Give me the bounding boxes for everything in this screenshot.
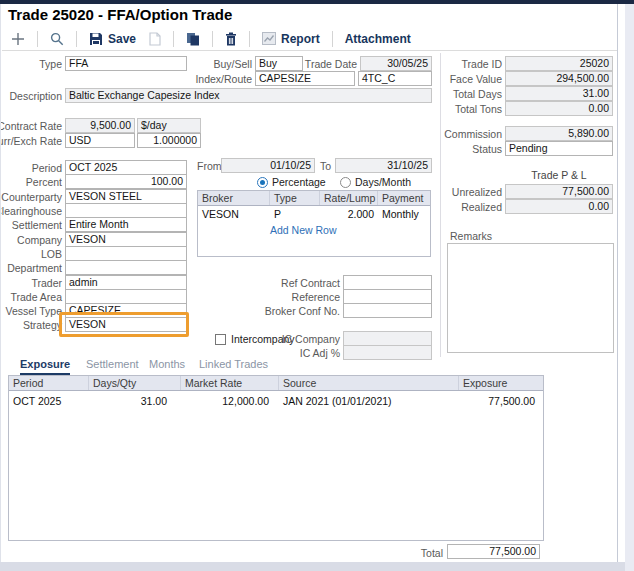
broker-grid: Broker Type Rate/Lump Payment VESON P 2.… — [197, 190, 431, 257]
tab-months[interactable]: Months — [149, 358, 185, 373]
payment-col-header[interactable]: Payment — [378, 191, 430, 205]
ic-adj-input[interactable] — [343, 345, 432, 360]
bottom-edge-strip — [0, 562, 625, 571]
type-col-header[interactable]: Type — [270, 191, 320, 205]
counterparty-input[interactable]: VESON STEEL — [65, 189, 187, 204]
market-rate-col-header[interactable]: Market Rate — [181, 376, 279, 390]
tab-linked-trades[interactable]: Linked Trades — [199, 358, 268, 373]
tab-exposure[interactable]: Exposure — [20, 358, 70, 375]
total-label: Total — [421, 546, 443, 561]
contract-rate-unit[interactable]: $/day — [137, 118, 201, 133]
lob-input[interactable] — [65, 246, 187, 261]
rate-lump-col-header[interactable]: Rate/Lump — [320, 191, 378, 205]
type-input[interactable]: FFA — [65, 56, 187, 71]
lob-label: LOB — [41, 247, 62, 262]
days-month-radio-label[interactable]: Days/Month — [355, 176, 411, 188]
total-days-input: 31.00 — [505, 86, 613, 101]
contract-rate-label: Contract Rate — [0, 119, 62, 134]
trader-label: Trader — [31, 276, 62, 291]
toolbar-separator — [249, 31, 250, 47]
toolbar-separator — [37, 31, 38, 47]
percentage-radio-label[interactable]: Percentage — [272, 176, 326, 188]
realized-label: Realized — [461, 200, 502, 215]
exch-rate-input[interactable]: 1.000000 — [137, 133, 201, 148]
company-input[interactable]: VESON — [65, 232, 187, 247]
trade-date-input[interactable]: 30/05/25 — [360, 56, 432, 71]
tab-settlement[interactable]: Settlement — [86, 358, 139, 373]
exposure-col-header[interactable]: Exposure — [459, 376, 543, 390]
days-month-radio[interactable] — [340, 177, 351, 188]
type-label: Type — [39, 57, 62, 72]
new-button[interactable] — [8, 30, 28, 48]
attachment-label: Attachment — [345, 32, 411, 46]
department-label: Department — [7, 261, 62, 276]
copy-button[interactable] — [183, 30, 203, 48]
strategy-input[interactable]: VESON — [65, 317, 187, 332]
report-label: Report — [281, 32, 320, 46]
settlement-input[interactable]: Entire Month — [65, 217, 187, 232]
exposure-rate-cell: 12,000.00 — [181, 393, 279, 409]
clearinghouse-input[interactable] — [65, 203, 187, 218]
report-icon — [262, 32, 276, 45]
contract-rate-input[interactable]: 9,500.00 — [65, 118, 135, 133]
ic-adj-label: IC Adj % — [300, 346, 340, 361]
exposure-grid: Period Days/Qty Market Rate Source Expos… — [8, 375, 544, 541]
copy-icon — [186, 32, 200, 46]
face-value-input: 294,500.00 — [505, 71, 613, 86]
from-input[interactable]: 01/10/25 — [221, 158, 315, 173]
broker-payment-cell: Monthly — [378, 206, 430, 222]
toolbar-separator — [173, 31, 174, 47]
description-input[interactable]: Baltic Exchange Capesize Index — [65, 88, 432, 103]
broker-rate-cell: 2.000 — [320, 206, 378, 222]
index-input[interactable]: CAPESIZE — [255, 71, 355, 86]
vessel-type-input[interactable]: CAPESIZE — [65, 303, 187, 318]
description-label: Description — [9, 89, 62, 104]
unrealized-label: Unrealized — [452, 185, 502, 200]
toolbar-divider — [2, 50, 617, 51]
toolbar: Save Report Attachment — [8, 28, 414, 49]
status-input[interactable]: Pending — [505, 141, 613, 156]
period-col-header[interactable]: Period — [9, 376, 89, 390]
days-qty-col-header[interactable]: Days/Qty — [89, 376, 181, 390]
curr-exch-label: Curr/Exch Rate — [0, 134, 62, 149]
add-new-row-link[interactable]: Add New Row — [270, 224, 337, 236]
trader-input[interactable]: admin — [65, 275, 187, 290]
exposure-row[interactable]: OCT 2025 31.00 12,000.00 JAN 2021 (01/01… — [9, 393, 543, 409]
period-input[interactable]: OCT 2025 — [65, 160, 187, 175]
save-button[interactable]: Save — [86, 30, 139, 48]
department-input[interactable] — [65, 260, 187, 275]
toolbar-separator — [212, 31, 213, 47]
total-tons-input: 0.00 — [505, 101, 613, 116]
broker-conf-input[interactable] — [343, 303, 432, 318]
window-top-border — [0, 0, 634, 4]
ref-contract-input[interactable] — [343, 275, 432, 290]
currency-input[interactable]: USD — [65, 133, 135, 148]
search-button[interactable] — [47, 30, 67, 48]
attachment-button[interactable]: Attachment — [342, 30, 414, 48]
ic-company-label: IC Company — [282, 332, 340, 347]
broker-col-header[interactable]: Broker — [198, 191, 270, 205]
content-right-border — [617, 4, 618, 562]
clearinghouse-label: Clearinghouse — [0, 204, 62, 219]
unrealized-input: 77,500.00 — [505, 184, 613, 199]
to-input[interactable]: 31/10/25 — [335, 158, 432, 173]
source-col-header[interactable]: Source — [279, 376, 459, 390]
broker-row[interactable]: VESON P 2.000 Monthly — [198, 206, 430, 222]
remarks-textarea[interactable] — [447, 243, 614, 353]
delete-button[interactable] — [222, 30, 240, 48]
commission-label: Commission — [444, 127, 502, 142]
report-button[interactable]: Report — [259, 30, 323, 48]
percent-input[interactable]: 100.00 — [65, 174, 187, 189]
percentage-radio[interactable] — [257, 177, 268, 188]
exposure-period-cell: OCT 2025 — [9, 393, 89, 409]
commission-input: 5,890.00 — [505, 126, 613, 141]
reference-input[interactable] — [343, 289, 432, 304]
status-label: Status — [472, 142, 502, 157]
toolbar-separator — [332, 31, 333, 47]
ic-company-input[interactable] — [343, 331, 432, 346]
trade-window: Trade 25020 - FFA/Option Trade Save Repo… — [0, 0, 634, 571]
intercompany-checkbox[interactable] — [215, 334, 226, 345]
buy-sell-input[interactable]: Buy — [255, 56, 303, 71]
trade-area-input[interactable] — [65, 289, 187, 304]
route-input[interactable]: 4TC_C — [358, 71, 432, 86]
